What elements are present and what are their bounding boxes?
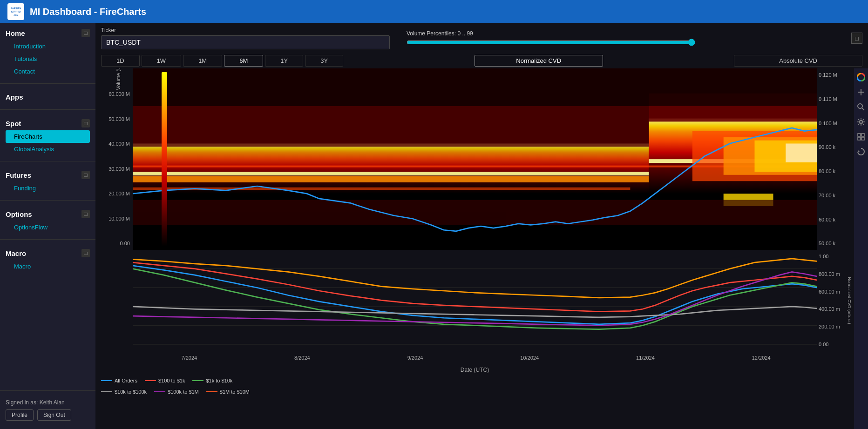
sidebar-header-macro: Macro □ xyxy=(6,249,90,257)
refresh-icon[interactable] xyxy=(856,147,866,157)
sidebar-section-options: Options □ OptionsFlow xyxy=(0,204,95,235)
absolute-cvd-btn[interactable]: Absolute CVD xyxy=(734,55,862,67)
cvd-1: 1.00 xyxy=(819,254,852,259)
price-80k: 80.00 k xyxy=(819,168,852,174)
y-axis-20m: 20.000 M xyxy=(98,191,130,196)
svg-rect-11 xyxy=(133,176,649,182)
legend-bar-2: $10k to $100k $100k to $1M $1M to $10M xyxy=(95,386,854,397)
svg-rect-34 xyxy=(858,134,861,136)
divider-3 xyxy=(0,161,95,161)
sidebar-item-firecharts[interactable]: FireCharts xyxy=(6,130,90,143)
svg-rect-10 xyxy=(133,172,649,175)
tf-1m[interactable]: 1M xyxy=(183,55,222,67)
legend-line-1k-10k xyxy=(192,380,203,381)
color-wheel-icon[interactable] xyxy=(856,72,866,82)
logo: PARSIAN CRYPTO .COM xyxy=(7,3,24,20)
sidebar-section-spot: Spot □ FireCharts GlobalAnalysis xyxy=(0,114,95,157)
legend-10k-100k: $10k to $100k xyxy=(101,389,147,395)
page-title: MI Dashboard - FireCharts xyxy=(30,7,146,17)
legend-label-10k-100k: $10k to $100k xyxy=(115,389,147,395)
sidebar-item-funding[interactable]: Funding xyxy=(6,182,90,194)
timeframe-bar: 1D 1W 1M 6M 1Y 3Y Normalized CVD Absolut… xyxy=(95,53,868,68)
svg-rect-35 xyxy=(861,134,864,136)
ticker-input[interactable] xyxy=(101,35,390,49)
legend-1m-10m: $1M to $10M xyxy=(206,389,250,395)
y-axis-10m: 10.000 M xyxy=(98,216,130,221)
x-axis-bar: 7/2024 8/2024 9/2024 10/2024 11/2024 12/… xyxy=(95,351,854,365)
date-11-2024: 11/2024 xyxy=(636,355,655,361)
date-axis-label: Date (UTC) xyxy=(95,365,854,375)
price-50k: 50.00 k xyxy=(819,241,852,246)
grid-icon[interactable] xyxy=(856,132,866,142)
divider-2 xyxy=(0,109,95,110)
svg-rect-5 xyxy=(133,143,649,194)
svg-rect-21 xyxy=(133,213,506,225)
svg-text:PARSIAN: PARSIAN xyxy=(11,7,21,10)
sidebar-item-optionsflow[interactable]: OptionsFlow xyxy=(6,221,90,234)
sidebar-futures-label: Futures xyxy=(6,171,31,179)
sidebar-item-introduction[interactable]: Introduction xyxy=(6,40,90,53)
volume-section: Volume Percentiles: 0 .. 99 xyxy=(407,30,695,46)
sidebar-macro-label: Macro xyxy=(6,249,26,257)
signout-button[interactable]: Sign Out xyxy=(37,409,71,421)
sidebar-collapse-home[interactable]: □ xyxy=(81,29,90,37)
legend-all-orders: All Orders xyxy=(101,378,137,383)
legend-100-1k: $100 to $1k xyxy=(145,378,185,383)
price-100m: 0.100 M xyxy=(819,121,852,126)
tf-1w[interactable]: 1W xyxy=(142,55,182,67)
y-axis-0: 0.00 xyxy=(98,241,130,246)
price-70k: 70.00 k xyxy=(819,193,852,198)
sidebar-collapse-options[interactable]: □ xyxy=(81,210,90,218)
sidebar-header-apps: Apps xyxy=(6,93,90,101)
sidebar-header-home: Home □ xyxy=(6,29,90,37)
volume-percentiles-slider[interactable] xyxy=(407,39,695,46)
right-toolbar xyxy=(854,68,868,429)
tf-3y[interactable]: 3Y xyxy=(305,55,343,67)
sidebar-footer: Signed in as: Keith Alan Profile Sign Ou… xyxy=(0,395,95,425)
profile-button[interactable]: Profile xyxy=(6,409,34,421)
plus-icon[interactable] xyxy=(856,87,866,97)
cvd-axis-label: Normalized CVD (arb. u.) xyxy=(847,273,852,328)
sidebar-item-tutorials[interactable]: Tutorials xyxy=(6,53,90,65)
svg-rect-37 xyxy=(861,137,864,140)
sidebar-item-macro[interactable]: Macro xyxy=(6,260,90,273)
settings-icon[interactable] xyxy=(856,117,866,127)
normalized-cvd-btn[interactable]: Normalized CVD xyxy=(475,55,603,67)
ticker-section: Ticker xyxy=(101,27,390,49)
heatmap-svg xyxy=(133,68,817,250)
date-7-2024: 7/2024 xyxy=(181,355,197,361)
date-9-2024: 9/2024 xyxy=(407,355,423,361)
svg-rect-9 xyxy=(133,68,817,106)
chart-toolbar: Ticker Volume Percentiles: 0 .. 99 □ xyxy=(95,23,868,53)
cvd-canvas xyxy=(133,250,817,351)
chart-wrapper: Volume (USDT) 60.000 M 50.000 M 40.000 M… xyxy=(95,68,868,429)
corner-button[interactable]: □ xyxy=(851,33,862,44)
sidebar-collapse-macro[interactable]: □ xyxy=(81,249,90,257)
svg-rect-7 xyxy=(133,106,649,147)
sidebar-section-apps: Apps xyxy=(0,87,95,106)
svg-marker-38 xyxy=(858,150,860,152)
svg-point-31 xyxy=(858,104,862,108)
legend-label-all-orders: All Orders xyxy=(115,378,137,383)
sidebar: Home □ Introduction Tutorials Contact Ap… xyxy=(0,23,95,429)
search-icon[interactable] xyxy=(856,102,866,112)
price-110m: 0.110 M xyxy=(819,96,852,102)
legend-line-100-1k xyxy=(145,380,156,381)
content-area: Ticker Volume Percentiles: 0 .. 99 □ 1D … xyxy=(95,23,868,429)
tf-1y[interactable]: 1Y xyxy=(265,55,303,67)
legend-label-100-1k: $100 to $1k xyxy=(158,378,185,383)
tf-1d[interactable]: 1D xyxy=(101,55,140,67)
y-axis-40m: 40.000 M xyxy=(98,141,130,147)
heatmap-section: Volume (USDT) 60.000 M 50.000 M 40.000 M… xyxy=(95,68,854,250)
ticker-label: Ticker xyxy=(101,27,390,34)
footer-buttons: Profile Sign Out xyxy=(6,409,90,421)
y-axis-60m: 60.000 M xyxy=(98,91,130,97)
legend-label-1m-10m: $1M to $10M xyxy=(220,389,250,395)
sidebar-collapse-futures[interactable]: □ xyxy=(81,171,90,179)
heatmap-canvas xyxy=(133,68,817,250)
sidebar-item-contact[interactable]: Contact xyxy=(6,65,90,78)
sidebar-collapse-spot[interactable]: □ xyxy=(81,119,90,127)
tf-6m[interactable]: 6M xyxy=(224,55,263,67)
sidebar-item-globalanalysis[interactable]: GlobalAnalysis xyxy=(6,143,90,155)
sidebar-apps-label: Apps xyxy=(6,93,23,101)
